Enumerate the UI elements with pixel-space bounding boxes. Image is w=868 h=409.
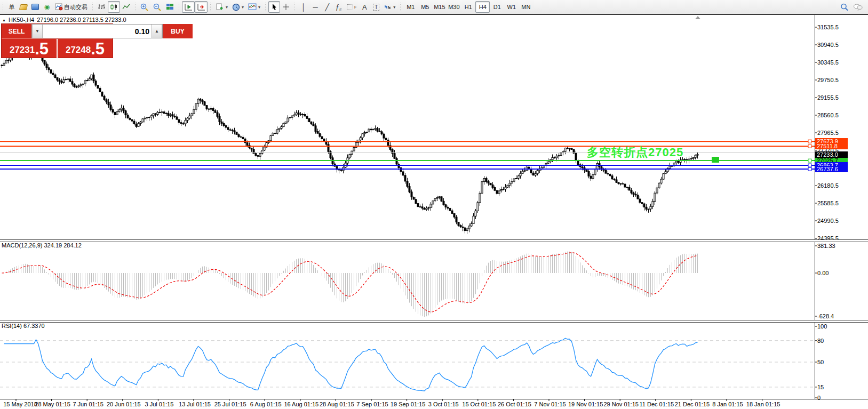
- buy-button[interactable]: BUY: [163, 24, 193, 38]
- zoom-in-icon: [140, 3, 149, 11]
- trendline-button[interactable]: ╱: [321, 1, 333, 13]
- autotrading-button[interactable]: 自动交易: [53, 1, 90, 13]
- date-label: 19 Sep 01:15: [388, 401, 428, 407]
- sell-button[interactable]: SELL: [2, 24, 31, 38]
- price-tick-label: 29155.5: [817, 94, 839, 101]
- price-level-tag[interactable]: 27511.8: [815, 143, 848, 149]
- search-button[interactable]: [838, 1, 851, 13]
- tf-button-h4[interactable]: H4: [475, 1, 490, 13]
- volume-input[interactable]: [43, 25, 152, 38]
- zoom-in-button[interactable]: [138, 1, 151, 13]
- line-chart-icon: [122, 3, 130, 11]
- channel-grid-button[interactable]: F: [345, 1, 359, 13]
- cursor-button[interactable]: [268, 1, 280, 13]
- horizontal-line-button[interactable]: ─: [309, 1, 321, 13]
- tf-button-h1[interactable]: H1: [461, 1, 475, 13]
- auto-scroll-button[interactable]: [182, 1, 195, 13]
- tf-button-mn[interactable]: MN: [519, 1, 533, 13]
- auto-scroll-icon: [184, 3, 193, 11]
- price-level-tag[interactable]: 26737.6: [815, 166, 848, 172]
- date-label: 8 Jan 01:15: [707, 401, 748, 407]
- clock-icon: [232, 3, 240, 11]
- pane-separator-rsi[interactable]: [0, 320, 868, 323]
- volume-decrease-button[interactable]: ▼: [32, 25, 43, 38]
- vertical-line-button[interactable]: │: [298, 1, 309, 13]
- tile-windows-button[interactable]: [164, 1, 176, 13]
- tf-button-w1[interactable]: W1: [504, 1, 519, 13]
- templates-button[interactable]: ▾: [246, 1, 262, 13]
- grid-icon: [347, 4, 353, 10]
- zoom-out-icon: [153, 3, 162, 11]
- tf-button-m1[interactable]: M1: [403, 1, 418, 13]
- grid-letter: F: [354, 5, 356, 9]
- sell-price[interactable]: 27231.5: [2, 39, 57, 59]
- bar-chart-button[interactable]: [95, 1, 108, 13]
- line-chart-button[interactable]: [120, 1, 132, 13]
- trendline-icon: ╱: [325, 3, 329, 11]
- date-label: 21 Dec 01:15: [672, 401, 712, 407]
- dropdown-caret: ▾: [393, 5, 395, 10]
- text-icon: A: [362, 3, 367, 11]
- date-label: 25 Jul 01:15: [210, 401, 251, 407]
- search-icon: [840, 3, 849, 11]
- macd-label: MACD(12,26,9) 324.19 284.12: [2, 242, 82, 248]
- toolbar-grip: [2, 2, 4, 12]
- price-tick-label: 25585.5: [817, 200, 839, 206]
- text-tool-button[interactable]: A: [359, 1, 370, 13]
- chat-button[interactable]: [851, 1, 865, 13]
- buy-price-main: 27248: [66, 43, 91, 57]
- price-tick-label: 24990.5: [817, 218, 839, 224]
- date-label: 11 Dec 01:15: [636, 401, 677, 407]
- chart-shift-button[interactable]: [195, 1, 208, 13]
- candlestick-chart-button[interactable]: [108, 1, 120, 13]
- timeframe-group: M1M5M15M30H1H4D1W1MN: [403, 1, 533, 13]
- text-label-icon: T: [373, 4, 379, 11]
- text-label-button[interactable]: T: [370, 1, 382, 13]
- rsi-label: RSI(14) 67.3370: [2, 323, 45, 329]
- rsi-axis-label: 50: [817, 359, 824, 365]
- volume-increase-button[interactable]: ▲: [152, 25, 162, 38]
- toolbar-grip: [293, 2, 296, 12]
- buy-price-frac: .5: [91, 41, 105, 57]
- new-order-label: 单: [9, 3, 15, 11]
- panel-collapse-icon[interactable]: ▲: [2, 18, 6, 22]
- arrows-tool-button[interactable]: ▾: [382, 1, 397, 13]
- symbol-timeframe: HK50-,H4: [9, 17, 34, 23]
- crosshair-icon: [282, 3, 290, 11]
- date-label: 7 Sep 01:15: [352, 401, 393, 407]
- date-label: 28 May 01:15: [33, 401, 73, 407]
- date-label: 7 Nov 01:15: [530, 401, 570, 407]
- new-order-button[interactable]: 单: [6, 1, 18, 13]
- rsi-axis-label: 0: [817, 395, 821, 401]
- date-label: 15 Oct 01:15: [459, 401, 499, 407]
- template-chart-icon: [248, 3, 257, 11]
- terminal-button[interactable]: [29, 1, 41, 13]
- tf-button-m15[interactable]: M15: [432, 1, 447, 13]
- toolbar-grip: [178, 2, 180, 12]
- buy-price[interactable]: 27248.5: [58, 39, 113, 59]
- date-label: 19 Nov 01:15: [566, 401, 606, 407]
- new-chart-button[interactable]: ▾: [213, 1, 230, 13]
- cursor-icon: [271, 3, 278, 11]
- date-label: 26 Oct 01:15: [494, 401, 535, 407]
- tf-button-m5[interactable]: M5: [418, 1, 432, 13]
- tf-button-m30[interactable]: M30: [447, 1, 461, 13]
- crosshair-button[interactable]: [280, 1, 292, 13]
- periods-button[interactable]: ▾: [230, 1, 246, 13]
- sell-price-frac: .5: [35, 41, 49, 57]
- date-label: 16 Aug 01:15: [281, 401, 322, 407]
- fibonacci-button[interactable]: ƒE: [333, 1, 345, 13]
- price-tick-label: 27965.5: [817, 130, 839, 136]
- date-label: 3 Oct 01:15: [423, 401, 464, 407]
- trade-panel-prices: 27231.5 27248.5: [2, 39, 113, 59]
- signals-button[interactable]: ◉: [41, 1, 53, 13]
- dropdown-caret: ▾: [226, 5, 228, 10]
- market-watch-button[interactable]: [18, 1, 29, 13]
- toolbar-grip: [91, 2, 94, 12]
- chart-canvas[interactable]: [0, 0, 868, 409]
- tf-button-d1[interactable]: D1: [490, 1, 504, 13]
- date-label: 28 Aug 01:15: [316, 401, 357, 407]
- zoom-out-button[interactable]: [151, 1, 164, 13]
- volume-stepper: ▼ ▲: [31, 24, 163, 38]
- pane-separator-macd[interactable]: [0, 239, 868, 242]
